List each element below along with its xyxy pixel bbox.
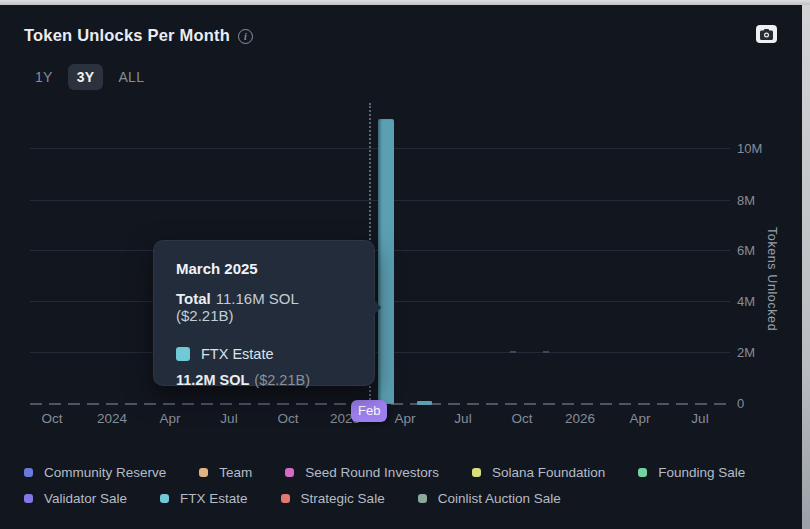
legend-dot — [472, 468, 481, 477]
page-top-edge — [0, 0, 810, 5]
tooltip-total-label: Total — [176, 290, 211, 307]
x-tick: Jul — [220, 411, 237, 426]
y-tick-10m: 10M — [737, 141, 762, 156]
legend-item-validator-sale[interactable]: Validator Sale — [24, 488, 127, 509]
legend-item-solana-foundation[interactable]: Solana Foundation — [472, 462, 605, 483]
legend-label: Team — [219, 465, 252, 480]
legend-label: Strategic Sale — [301, 491, 385, 506]
bar-chart-plot-area[interactable] — [30, 103, 730, 404]
y-tick-2m: 2M — [737, 345, 755, 360]
legend-dot — [160, 494, 169, 503]
legend-dot — [24, 468, 33, 477]
bar-april-2025-ftx-estate[interactable] — [417, 401, 432, 405]
legend-item-ftx-estate[interactable]: FTX Estate — [160, 488, 248, 509]
range-selector: 1Y 3Y ALL — [26, 64, 153, 90]
tooltip-series-value: 11.2M SOL($2.21B) — [176, 372, 352, 388]
chart-tooltip: March 2025 Total11.16M SOL ($2.21B) FTX … — [153, 240, 375, 386]
screenshot-button[interactable] — [756, 25, 777, 43]
x-tick: Apr — [159, 411, 180, 426]
page-scrollbar[interactable] — [802, 0, 810, 529]
legend-item-founding-sale[interactable]: Founding Sale — [638, 462, 745, 483]
range-button-1y[interactable]: 1Y — [26, 64, 62, 90]
tooltip-month-title: March 2025 — [176, 260, 352, 277]
tooltip-series-row: FTX Estate — [176, 346, 352, 362]
tooltip-series-name: FTX Estate — [201, 346, 274, 362]
x-tick: Apr — [394, 411, 415, 426]
legend-label: Coinlist Auction Sale — [438, 491, 561, 506]
gridline-tick — [510, 351, 516, 353]
x-tick: Jul — [454, 411, 471, 426]
bar-march-2025-ftx-estate[interactable] — [378, 119, 394, 404]
token-unlocks-panel: Token Unlocks Per Month i 1Y 3Y ALL 10M … — [0, 0, 810, 529]
legend-item-coinlist-auction-sale[interactable]: Coinlist Auction Sale — [418, 488, 561, 509]
legend-label: FTX Estate — [180, 491, 248, 506]
camera-icon — [760, 29, 773, 40]
tooltip-sol-value: 11.2M SOL — [176, 372, 249, 388]
y-tick-4m: 4M — [737, 294, 755, 309]
range-button-all[interactable]: ALL — [109, 64, 153, 90]
tooltip-total-row: Total11.16M SOL ($2.21B) — [176, 290, 352, 324]
legend-item-strategic-sale[interactable]: Strategic Sale — [281, 488, 385, 509]
page-title: Token Unlocks Per Month — [24, 26, 230, 45]
legend-dot — [418, 494, 427, 503]
x-tick: Oct — [511, 411, 532, 426]
range-button-3y[interactable]: 3Y — [68, 64, 104, 90]
legend-dot — [638, 468, 647, 477]
legend-dot — [199, 468, 208, 477]
legend-label: Seed Round Investors — [305, 465, 439, 480]
tooltip-usd-value: ($2.21B) — [254, 372, 310, 388]
gridline-tick — [543, 351, 549, 353]
legend-label: Solana Foundation — [492, 465, 605, 480]
x-tick: Apr — [629, 411, 650, 426]
y-tick-8m: 8M — [737, 193, 755, 208]
legend-label: Founding Sale — [658, 465, 745, 480]
legend-item-community-reserve[interactable]: Community Reserve — [24, 462, 166, 483]
legend-item-seed-round-investors[interactable]: Seed Round Investors — [285, 462, 439, 483]
y-tick-0: 0 — [737, 396, 744, 411]
x-tick: Oct — [277, 411, 298, 426]
legend-item-team[interactable]: Team — [199, 462, 252, 483]
x-tick: 2026 — [565, 411, 595, 426]
crosshair-month-badge: Feb — [351, 400, 387, 422]
x-tick: 2024 — [97, 411, 127, 426]
y-axis-title: Tokens Unlocked — [765, 227, 779, 331]
legend-dot — [281, 494, 290, 503]
legend-dot — [24, 494, 33, 503]
chart-legend: Community Reserve Team Seed Round Invest… — [24, 462, 749, 509]
x-tick: Jul — [691, 411, 708, 426]
info-icon[interactable]: i — [238, 29, 253, 44]
y-tick-6m: 6M — [737, 243, 755, 258]
x-tick: Oct — [41, 411, 62, 426]
legend-label: Community Reserve — [44, 465, 166, 480]
ftx-estate-swatch — [176, 347, 190, 361]
legend-label: Validator Sale — [44, 491, 127, 506]
legend-dot — [285, 468, 294, 477]
